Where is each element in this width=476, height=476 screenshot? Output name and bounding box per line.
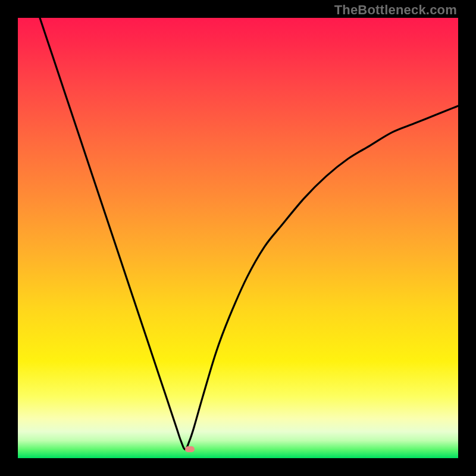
optimum-marker bbox=[185, 446, 195, 452]
chart-frame: TheBottleneck.com bbox=[0, 0, 476, 476]
plot-area bbox=[18, 18, 458, 458]
bottleneck-curve bbox=[18, 18, 458, 458]
watermark-text: TheBottleneck.com bbox=[334, 2, 457, 18]
